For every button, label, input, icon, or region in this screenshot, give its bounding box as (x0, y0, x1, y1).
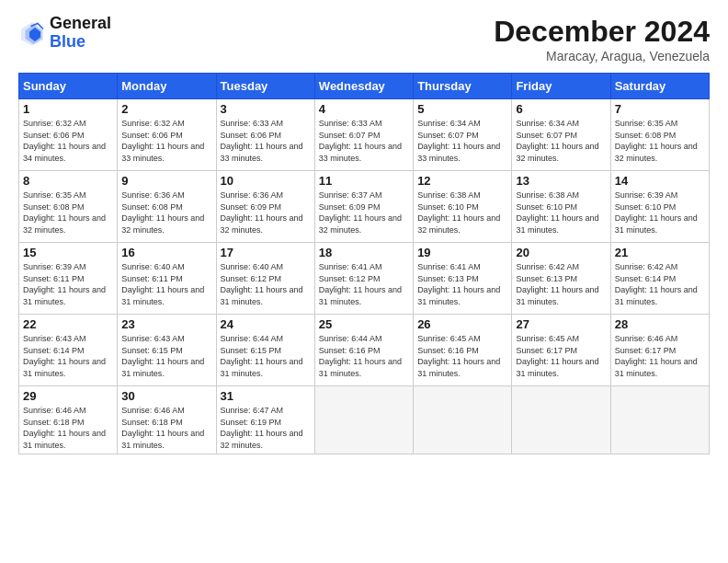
table-cell: 2 Sunrise: 6:32 AM Sunset: 6:06 PM Dayli… (118, 99, 216, 171)
day-number: 24 (221, 317, 311, 331)
day-number: 10 (221, 174, 311, 188)
day-info: Sunrise: 6:35 AM Sunset: 6:08 PM Dayligh… (23, 190, 113, 236)
day-number: 15 (23, 246, 113, 259)
logo-text: General Blue (50, 15, 111, 52)
table-cell: 27 Sunrise: 6:45 AM Sunset: 6:17 PM Dayl… (512, 315, 610, 386)
day-info: Sunrise: 6:38 AM Sunset: 6:10 PM Dayligh… (516, 190, 606, 236)
day-info: Sunrise: 6:34 AM Sunset: 6:07 PM Dayligh… (417, 118, 507, 164)
table-row: 8 Sunrise: 6:35 AM Sunset: 6:08 PM Dayli… (19, 171, 710, 243)
day-number: 7 (615, 102, 705, 116)
day-number: 11 (319, 174, 409, 188)
month-year: December 2024 (494, 15, 710, 49)
day-info: Sunrise: 6:40 AM Sunset: 6:11 PM Dayligh… (121, 261, 211, 307)
table-cell: 20 Sunrise: 6:42 AM Sunset: 6:13 PM Dayl… (512, 243, 610, 315)
day-info: Sunrise: 6:36 AM Sunset: 6:08 PM Dayligh… (121, 190, 211, 236)
day-info: Sunrise: 6:32 AM Sunset: 6:06 PM Dayligh… (23, 118, 113, 164)
day-number: 30 (121, 389, 211, 403)
table-cell: 19 Sunrise: 6:41 AM Sunset: 6:13 PM Dayl… (414, 243, 512, 315)
day-info: Sunrise: 6:32 AM Sunset: 6:06 PM Dayligh… (121, 118, 211, 164)
table-cell: 4 Sunrise: 6:33 AM Sunset: 6:07 PM Dayli… (314, 99, 413, 171)
table-row: 22 Sunrise: 6:43 AM Sunset: 6:14 PM Dayl… (19, 315, 710, 386)
col-friday: Friday (512, 74, 610, 99)
day-number: 26 (417, 317, 507, 331)
day-info: Sunrise: 6:42 AM Sunset: 6:13 PM Dayligh… (516, 261, 606, 307)
day-info: Sunrise: 6:46 AM Sunset: 6:17 PM Dayligh… (615, 333, 705, 379)
day-info: Sunrise: 6:39 AM Sunset: 6:11 PM Dayligh… (23, 261, 113, 307)
table-cell: 18 Sunrise: 6:41 AM Sunset: 6:12 PM Dayl… (314, 243, 413, 315)
table-cell: 31 Sunrise: 6:47 AM Sunset: 6:19 PM Dayl… (216, 386, 314, 454)
table-cell: 28 Sunrise: 6:46 AM Sunset: 6:17 PM Dayl… (610, 315, 709, 386)
table-cell: 25 Sunrise: 6:44 AM Sunset: 6:16 PM Dayl… (314, 315, 413, 386)
day-info: Sunrise: 6:41 AM Sunset: 6:13 PM Dayligh… (417, 261, 507, 307)
day-info: Sunrise: 6:44 AM Sunset: 6:15 PM Dayligh… (221, 333, 311, 379)
day-info: Sunrise: 6:33 AM Sunset: 6:07 PM Dayligh… (319, 118, 409, 164)
day-info: Sunrise: 6:43 AM Sunset: 6:15 PM Dayligh… (121, 333, 211, 379)
day-info: Sunrise: 6:33 AM Sunset: 6:06 PM Dayligh… (221, 118, 311, 164)
day-info: Sunrise: 6:38 AM Sunset: 6:10 PM Dayligh… (417, 190, 507, 236)
day-number: 5 (417, 102, 507, 116)
table-cell: 12 Sunrise: 6:38 AM Sunset: 6:10 PM Dayl… (414, 171, 512, 243)
day-number: 1 (23, 102, 113, 116)
logo-icon (18, 19, 46, 47)
table-cell (414, 386, 512, 454)
day-number: 17 (221, 246, 311, 259)
table-cell: 21 Sunrise: 6:42 AM Sunset: 6:14 PM Dayl… (610, 243, 709, 315)
table-row: 15 Sunrise: 6:39 AM Sunset: 6:11 PM Dayl… (19, 243, 710, 315)
day-info: Sunrise: 6:37 AM Sunset: 6:09 PM Dayligh… (319, 190, 409, 236)
title-block: December 2024 Maracay, Aragua, Venezuela (494, 15, 710, 63)
day-info: Sunrise: 6:45 AM Sunset: 6:17 PM Dayligh… (516, 333, 606, 379)
day-number: 9 (121, 174, 211, 188)
table-cell: 5 Sunrise: 6:34 AM Sunset: 6:07 PM Dayli… (414, 99, 512, 171)
day-info: Sunrise: 6:41 AM Sunset: 6:12 PM Dayligh… (319, 261, 409, 307)
table-cell: 22 Sunrise: 6:43 AM Sunset: 6:14 PM Dayl… (19, 315, 118, 386)
col-tuesday: Tuesday (216, 74, 314, 99)
day-number: 22 (23, 317, 113, 331)
day-number: 12 (417, 174, 507, 188)
table-cell: 24 Sunrise: 6:44 AM Sunset: 6:15 PM Dayl… (216, 315, 314, 386)
day-number: 28 (615, 317, 705, 331)
table-cell: 3 Sunrise: 6:33 AM Sunset: 6:06 PM Dayli… (216, 99, 314, 171)
table-cell: 15 Sunrise: 6:39 AM Sunset: 6:11 PM Dayl… (19, 243, 118, 315)
table-cell: 13 Sunrise: 6:38 AM Sunset: 6:10 PM Dayl… (512, 171, 610, 243)
day-number: 14 (615, 174, 705, 188)
table-cell (512, 386, 610, 454)
table-cell (610, 386, 709, 454)
col-monday: Monday (118, 74, 216, 99)
day-number: 13 (516, 174, 606, 188)
day-info: Sunrise: 6:46 AM Sunset: 6:18 PM Dayligh… (23, 405, 113, 451)
table-cell: 26 Sunrise: 6:45 AM Sunset: 6:16 PM Dayl… (414, 315, 512, 386)
day-number: 29 (23, 389, 113, 403)
table-cell: 30 Sunrise: 6:46 AM Sunset: 6:18 PM Dayl… (118, 386, 216, 454)
table-cell (314, 386, 413, 454)
day-info: Sunrise: 6:44 AM Sunset: 6:16 PM Dayligh… (319, 333, 409, 379)
day-number: 4 (319, 102, 409, 116)
day-number: 3 (221, 102, 311, 116)
day-number: 23 (121, 317, 211, 331)
table-cell: 8 Sunrise: 6:35 AM Sunset: 6:08 PM Dayli… (19, 171, 118, 243)
table-cell: 7 Sunrise: 6:35 AM Sunset: 6:08 PM Dayli… (610, 99, 709, 171)
day-number: 27 (516, 317, 606, 331)
location: Maracay, Aragua, Venezuela (494, 49, 710, 63)
table-cell: 9 Sunrise: 6:36 AM Sunset: 6:08 PM Dayli… (118, 171, 216, 243)
day-number: 6 (516, 102, 606, 116)
day-info: Sunrise: 6:36 AM Sunset: 6:09 PM Dayligh… (221, 190, 311, 236)
day-info: Sunrise: 6:43 AM Sunset: 6:14 PM Dayligh… (23, 333, 113, 379)
table-row: 1 Sunrise: 6:32 AM Sunset: 6:06 PM Dayli… (19, 99, 710, 171)
day-info: Sunrise: 6:42 AM Sunset: 6:14 PM Dayligh… (615, 261, 705, 307)
day-info: Sunrise: 6:39 AM Sunset: 6:10 PM Dayligh… (615, 190, 705, 236)
day-number: 8 (23, 174, 113, 188)
day-number: 18 (319, 246, 409, 259)
logo: General Blue (18, 15, 111, 52)
table-cell: 1 Sunrise: 6:32 AM Sunset: 6:06 PM Dayli… (19, 99, 118, 171)
table-cell: 6 Sunrise: 6:34 AM Sunset: 6:07 PM Dayli… (512, 99, 610, 171)
day-number: 2 (121, 102, 211, 116)
table-cell: 23 Sunrise: 6:43 AM Sunset: 6:15 PM Dayl… (118, 315, 216, 386)
day-number: 20 (516, 246, 606, 259)
col-wednesday: Wednesday (314, 74, 413, 99)
table-row: 29 Sunrise: 6:46 AM Sunset: 6:18 PM Dayl… (19, 386, 710, 454)
calendar-table: Sunday Monday Tuesday Wednesday Thursday… (18, 73, 710, 454)
calendar-container: General Blue December 2024 Maracay, Arag… (0, 0, 728, 464)
col-saturday: Saturday (610, 74, 709, 99)
day-number: 25 (319, 317, 409, 331)
table-cell: 29 Sunrise: 6:46 AM Sunset: 6:18 PM Dayl… (19, 386, 118, 454)
